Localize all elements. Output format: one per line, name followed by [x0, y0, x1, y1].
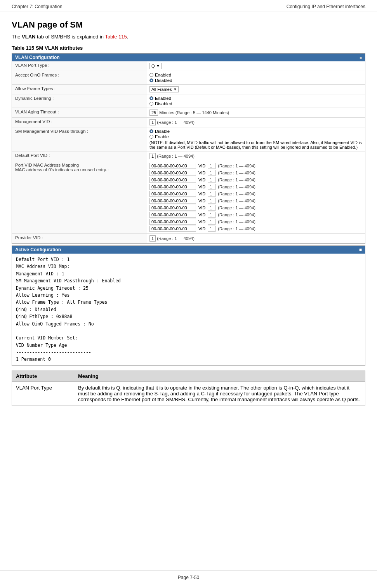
active-config-title: Active Configuration	[15, 247, 61, 252]
vid-label-3: VID	[198, 177, 205, 182]
vid-label-8: VID	[198, 212, 205, 217]
provider-vid-range: (Range : 1 — 4094)	[157, 236, 195, 241]
vid-input-4[interactable]: 1	[208, 184, 215, 190]
sm-mgmt-disable-radio[interactable]	[149, 129, 153, 133]
mac-input-1[interactable]: 00-00-00-00-00-00	[149, 163, 196, 169]
mac-input-6[interactable]: 00-00-00-00-00-00	[149, 198, 196, 204]
mac-vid-row: 00-00-00-00-00-00VID1(Range : 1 — 4094)	[149, 205, 362, 211]
active-line-11: Current VID Member Set:	[16, 334, 361, 341]
mac-vid-row: 00-00-00-00-00-00VID1(Range : 1 — 4094)	[149, 170, 362, 176]
vid-label-4: VID	[198, 184, 205, 189]
dynamic-enabled-radio[interactable]	[149, 96, 153, 100]
vid-input-1[interactable]: 1	[208, 163, 215, 169]
mac-input-7[interactable]: 00-00-00-00-00-00	[149, 205, 196, 211]
mac-input-4[interactable]: 00-00-00-00-00-00	[149, 184, 196, 190]
value-sm-mgmt-vid: Disable Enable (NOTE: If disabled, MVID …	[146, 127, 365, 151]
mac-input-5[interactable]: 00-00-00-00-00-00	[149, 191, 196, 197]
intro-text-mid: tab of SM/BHS is explained in	[35, 34, 105, 40]
vid-input-2[interactable]: 1	[208, 170, 215, 176]
vid-input-7[interactable]: 1	[208, 205, 215, 211]
mac-input-9[interactable]: 00-00-00-00-00-00	[149, 219, 196, 225]
table-caption-rest: SM VLAN attributes	[34, 45, 83, 51]
mac-input-10[interactable]: 00-00-00-00-00-00	[149, 226, 196, 232]
label-dynamic-learning: Dynamic Learning :	[12, 94, 146, 108]
page-number: Page 7-50	[178, 575, 199, 580]
page-header: Chapter 7: Configuration Configuring IP …	[0, 0, 377, 12]
mac-input-2[interactable]: 00-00-00-00-00-00	[149, 170, 196, 176]
intro-paragraph: The VLAN tab of SM/BHS is explained in T…	[12, 34, 365, 40]
vid-label-5: VID	[198, 191, 205, 196]
dynamic-enabled-option: Enabled	[149, 96, 362, 101]
vid-input-3[interactable]: 1	[208, 177, 215, 183]
provider-vid-input[interactable]: 1	[149, 235, 156, 242]
vid-range-6: (Range : 1 — 4094)	[218, 198, 255, 203]
label-management-vid: Management VID :	[12, 118, 146, 127]
active-config-icon: ■	[359, 247, 362, 252]
active-line-14: 1 Permanent 0	[16, 356, 361, 363]
page-content: VLAN page of SM The VLAN tab of SM/BHS i…	[0, 12, 377, 421]
vid-range-9: (Range : 1 — 4094)	[218, 219, 255, 224]
header-left: Chapter 7: Configuration	[12, 4, 63, 9]
table-row: Management VID : 1 (Range : 1 — 4094)	[12, 118, 365, 127]
attribute-table: Attribute Meaning VLAN Port Type By defa…	[12, 371, 365, 406]
attr-name-vlan-port-type: VLAN Port Type	[12, 381, 74, 405]
sm-mgmt-enable-radio[interactable]	[149, 135, 153, 139]
vid-label-10: VID	[198, 226, 205, 231]
mac-input-3[interactable]: 00-00-00-00-00-00	[149, 177, 196, 183]
mac-vid-row: 00-00-00-00-00-00VID1(Range : 1 — 4094)	[149, 191, 362, 197]
vid-input-6[interactable]: 1	[208, 198, 215, 204]
value-allow-frame-types: All Frames ▼	[146, 85, 365, 94]
qinq-enabled-radio[interactable]	[149, 73, 153, 77]
label-port-vid-mac: Port VID MAC Address MappingMAC address …	[12, 161, 146, 234]
value-port-vid-mac: 00-00-00-00-00-00VID1(Range : 1 — 4094) …	[146, 161, 365, 234]
label-vlan-port-type: VLAN Port Type :	[12, 61, 146, 71]
mac-vid-row: 00-00-00-00-00-00VID1(Range : 1 — 4094)	[149, 212, 362, 218]
mac-vid-row: 00-00-00-00-00-00VID1(Range : 1 — 4094)	[149, 184, 362, 190]
attr-row-vlan-port-type: VLAN Port Type By default this is Q, ind…	[12, 381, 365, 405]
active-line-2: MAC Address VID Map:	[16, 263, 361, 270]
vlan-config-table: VLAN Port Type : Q ▼ Accept QinQ Frames …	[12, 61, 365, 244]
vid-range-7: (Range : 1 — 4094)	[218, 205, 255, 210]
table-row: Default Port VID : 1 (Range : 1 — 4094)	[12, 151, 365, 161]
active-line-6: Allow Learning : Yes	[16, 292, 361, 299]
active-line-4: SM Management VID Passthrough : Enabled	[16, 277, 361, 284]
active-line-13: ----------------------------	[16, 349, 361, 356]
table-row: Port VID MAC Address MappingMAC address …	[12, 161, 365, 234]
vid-label-1: VID	[198, 164, 205, 168]
qinq-disabled-radio[interactable]	[149, 78, 153, 82]
value-vlan-aging: 25 Minutes (Range : 5 — 1440 Minutes)	[146, 108, 365, 118]
label-sm-mgmt-vid: SM Management VID Pass-through :	[12, 127, 146, 151]
table-number: Table 115	[12, 45, 34, 51]
qinq-enabled-option: Enabled	[149, 73, 362, 77]
vlan-port-type-select[interactable]: Q ▼	[149, 63, 162, 69]
table-row: Accept QinQ Frames : Enabled Disabled	[12, 71, 365, 85]
header-right: Configuring IP and Ethernet interfaces	[287, 4, 365, 9]
dynamic-enabled-label: Enabled	[155, 96, 171, 101]
management-vid-input[interactable]: 1	[149, 119, 156, 125]
sm-mgmt-enable-label: Enable	[155, 134, 169, 139]
active-line-10: Allow QinQ Tagged Frames : No	[16, 320, 361, 327]
default-port-vid-input[interactable]: 1	[149, 153, 156, 159]
active-line-blank	[16, 327, 361, 334]
label-allow-frame-types: Allow Frame Types :	[12, 85, 146, 94]
value-default-port-vid: 1 (Range : 1 — 4094)	[146, 151, 365, 161]
attr-table-header-row: Attribute Meaning	[12, 371, 365, 381]
mac-vid-row: 00-00-00-00-00-00VID1(Range : 1 — 4094)	[149, 163, 362, 169]
page-footer: Page 7-50	[0, 571, 377, 584]
table-row: Allow Frame Types : All Frames ▼	[12, 85, 365, 94]
vid-input-9[interactable]: 1	[208, 219, 215, 225]
table-row: Dynamic Learning : Enabled Disabled	[12, 94, 365, 108]
mac-input-8[interactable]: 00-00-00-00-00-00	[149, 212, 196, 218]
vid-input-8[interactable]: 1	[208, 212, 215, 218]
dynamic-disabled-radio[interactable]	[149, 102, 153, 106]
qinq-enabled-label: Enabled	[155, 73, 171, 77]
vid-input-5[interactable]: 1	[208, 191, 215, 197]
dynamic-disabled-label: Disabled	[155, 101, 172, 106]
vlan-aging-input[interactable]: 25	[149, 110, 158, 116]
vid-input-10[interactable]: 1	[208, 226, 215, 232]
vid-label-6: VID	[198, 198, 205, 203]
table-115-link[interactable]: Table 115	[105, 34, 127, 40]
sm-mgmt-enable-option: Enable	[149, 134, 362, 139]
allow-frame-types-select[interactable]: All Frames ▼	[149, 86, 179, 92]
default-port-vid-range: (Range : 1 — 4094)	[157, 154, 195, 158]
